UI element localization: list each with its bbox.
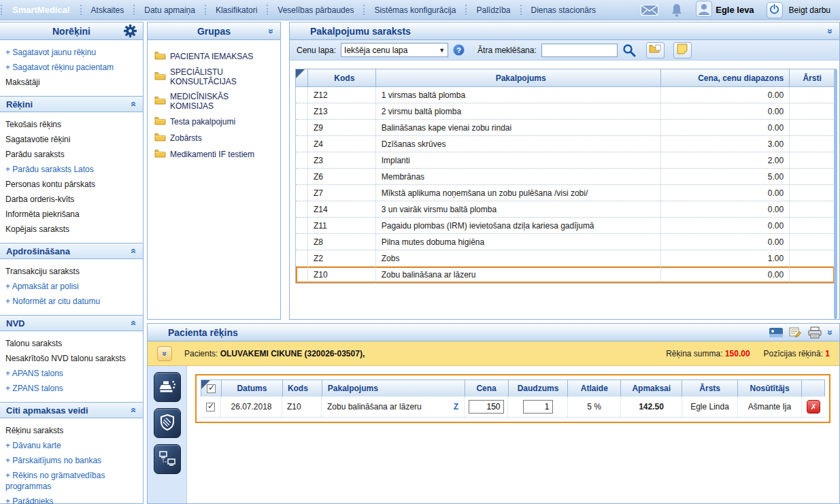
menu-item-0[interactable]: Atskaites [82,5,133,15]
group-item-5[interactable]: Medikamenti IF testiem [150,146,278,163]
table-row[interactable]: Z143 un vairāk virsmu baltā plomba0.00 [296,201,835,218]
sidebar-item[interactable]: + Rēķins no grāmatvedības programmas [0,468,143,494]
collapse-chevron-icon[interactable]: » [826,29,835,34]
sidebar-section-3[interactable]: Citi apmaksas veidi« [0,402,143,418]
sidebar-item[interactable]: + Parādnieks [0,494,143,504]
sidebar-item[interactable]: Talonu saraksts [0,336,143,351]
sidebar-item[interactable]: + Pārskaitījums no bankas [0,453,143,468]
mail-icon[interactable] [641,5,658,16]
column-header-8[interactable]: Nosūtītājs [738,380,802,397]
select-all-header[interactable] [201,380,222,397]
table-row[interactable]: Z10Zobu balināšana ar lāzeru0.00 [296,267,835,283]
column-header-1[interactable]: Pakalpojums [376,69,661,86]
insurance-button[interactable] [154,408,181,438]
sidebar-item[interactable]: + Apmaksāt ar polisi [0,279,143,294]
network-button[interactable] [154,444,181,474]
column-header-2[interactable]: Pakalpojums [322,380,465,397]
menu-item-4[interactable]: Sistēmas konfigurācija [365,5,465,15]
sidebar-item[interactable]: + Sagatavot rēķinu pacientam [0,60,143,75]
delete-row-button[interactable]: ✗ [807,400,820,414]
cash-register-button[interactable] [154,372,181,402]
table-row[interactable]: Z121 virsmas baltā plomba0.00 [296,87,835,103]
sidebar-item[interactable]: Transakciju saraksts [0,264,143,279]
expand-patient-button[interactable]: » [157,346,172,361]
column-header-0[interactable]: Datums [222,380,283,397]
column-header-3[interactable]: Ārsti [790,69,835,86]
gear-icon[interactable] [124,22,137,39]
column-header-3[interactable]: Cena [465,380,509,397]
group-item-2[interactable]: MEDICĪNISKĀS KOMISIJAS [150,89,278,114]
sidebar-section-1[interactable]: Apdrošināšana« [0,243,143,259]
cell-arsti [790,103,835,119]
edit-note-icon[interactable] [789,327,802,338]
sidebar-item[interactable]: + Parādu saraksts Latos [0,162,143,177]
sidebar-item[interactable]: Informēta piekrišana [0,207,143,222]
sidebar-item[interactable]: + APANS talons [0,366,143,381]
card-icon[interactable] [769,328,783,337]
sidebar-item[interactable]: + Dāvanu karte [0,438,143,453]
cell-arsti [790,234,835,250]
price-input[interactable] [469,400,504,414]
logout-label[interactable]: Beigt darbu [789,5,830,15]
column-header-7[interactable]: Ārsts [682,380,738,397]
sidebar-item[interactable]: Personas kontu pārskats [0,177,143,192]
table-row[interactable]: Z6Membrānas5.00 [296,169,835,185]
print-icon[interactable] [808,326,822,339]
quick-search-input[interactable] [541,44,618,57]
sidebar-item[interactable]: + ZPANS talons [0,381,143,396]
help-icon[interactable]: ? [453,44,465,56]
logout-button[interactable] [767,2,783,18]
column-header-0[interactable]: Kods [308,69,376,86]
table-row[interactable]: Z7Mīkstā aplikuma noņemšana un zobu pulē… [296,185,835,201]
menu-item-3[interactable]: Veselības pārbaudes [269,5,363,15]
sidebar-item[interactable]: Sagatavotie rēķini [0,132,143,147]
scrollbar-thumb[interactable] [834,69,837,319]
collapse-chevron-icon[interactable]: » [267,29,276,34]
table-row[interactable]: Z9Balināšanas kape vienai zobu rindai0.0… [296,120,835,136]
row-checkbox[interactable] [206,403,215,411]
table-row[interactable]: Z2Zobs1.00 [296,250,835,267]
column-header-5[interactable]: Atlaide [568,380,621,397]
table-row[interactable]: Z3Implanti2.00 [296,152,835,169]
sidebar-item[interactable]: Darba orderis-kvīts [0,192,143,207]
sidebar-item[interactable]: Maksātāji [0,75,143,90]
sidebar-section-2[interactable]: NVD« [0,315,143,331]
invoice-row[interactable]: 26.07.2018Z10Zobu balināšana ar lāzeruZ5… [201,397,825,418]
bell-icon[interactable] [671,3,683,17]
menu-item-1[interactable]: Datu apmaiņa [135,5,204,15]
group-item-4[interactable]: Zobārsts [150,130,278,146]
collapse-chevron-icon[interactable]: » [826,330,835,335]
table-row[interactable]: Z4Dzīšanas skrūves3.00 [296,136,835,152]
group-item-0[interactable]: PACIENTA IEMAKSAS [150,48,278,65]
sidebar-item[interactable]: Parādu saraksts [0,147,143,162]
search-icon[interactable] [622,44,636,57]
note-button[interactable] [673,42,692,58]
sidebar-item[interactable]: Tekošais rēķins [0,117,143,132]
quantity-input[interactable] [523,400,553,414]
group-item-1[interactable]: SPECIĀLISTU KONSULTĀCIJAS [150,65,278,89]
menu-item-2[interactable]: Klasifikatori [207,5,266,15]
table-row[interactable]: Z11Pagaidu plombas (IRM) ievietošana dzi… [296,218,835,234]
sidebar-item[interactable]: Nesakrītošo NVD talonu saraksts [0,351,143,366]
column-header-2[interactable]: Cena, cenu diapazons [661,69,790,86]
table-row[interactable]: Z132 virsmu baltā plomba0.00 [296,103,835,120]
sidebar-item[interactable]: Kopējais saraksts [0,222,143,237]
invoice-side-toolbar [148,366,187,503]
column-header-1[interactable]: Kods [283,380,322,397]
table-row[interactable]: Z8Pilna mutes dobuma higiēna0.00 [296,234,835,250]
select-all-corner[interactable] [296,69,308,86]
sidebar-item[interactable]: Rēķinu saraksts [0,423,143,438]
menu-item-5[interactable]: Palīdzība [467,5,519,15]
select-all-checkbox[interactable] [207,384,216,393]
menu-item-6[interactable]: Dienas stacionārs [522,5,605,15]
sidebar-item[interactable]: + Sagatavot jaunu rēķinu [0,45,143,60]
service-z-link[interactable]: Z [454,402,458,411]
price-list-select[interactable]: Iekšēja cenu lapa ▼ [341,43,448,57]
user-menu[interactable]: Egle Ieva [696,1,754,19]
column-header-6[interactable]: Apmaksai [621,380,682,397]
column-header-4[interactable]: Daudzums [509,380,569,397]
folder-copy-button[interactable] [646,42,665,58]
sidebar-item[interactable]: + Noformēt ar citu datumu [0,294,143,309]
sidebar-section-0[interactable]: Rēķini« [0,96,143,112]
group-item-3[interactable]: Testa pakalpojumi [150,114,278,130]
